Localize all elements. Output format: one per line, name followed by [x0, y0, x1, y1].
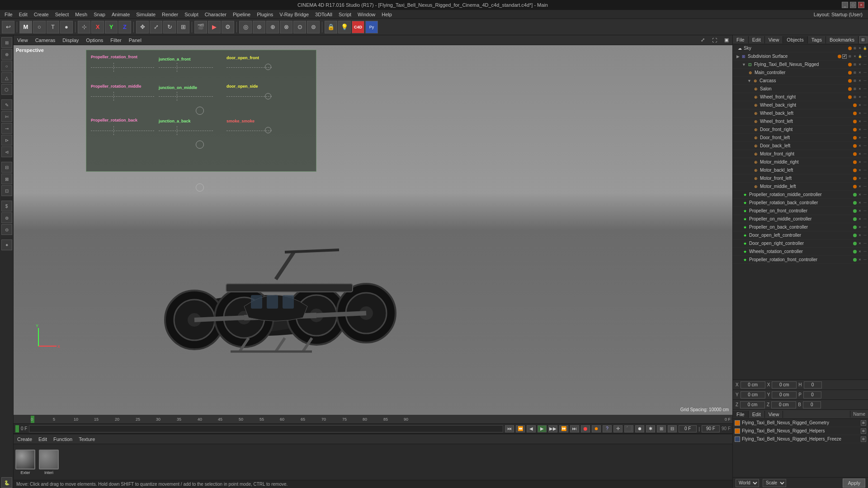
coord-z-input[interactable] — [740, 401, 765, 408]
transform-tool[interactable]: ⊞ — [177, 21, 189, 33]
door-bl-icon-x[interactable]: ✕ — [858, 144, 862, 148]
helper-icon1[interactable]: ⊞ — [861, 428, 866, 434]
tool-btn2[interactable]: ⬛ — [624, 425, 633, 432]
z-tool[interactable]: Z — [118, 21, 131, 33]
mat-thumb-exterior[interactable]: Exter — [15, 450, 35, 475]
minimize-button[interactable]: _ — [842, 2, 848, 8]
vp-menu-cameras[interactable]: Cameras — [33, 38, 57, 43]
menu-vray[interactable]: V-Ray Bridge — [277, 11, 311, 18]
tool-btn6[interactable]: ⊟ — [668, 425, 677, 432]
obj-door-back-left[interactable]: ⊕ Door_back_left ✕ ⋯ — [733, 142, 868, 150]
right-tab-objects[interactable]: Objects — [783, 36, 807, 43]
left-tool-11[interactable]: ⊟ — [1, 162, 12, 173]
obj-prop-back-ctrl[interactable]: ★ Propeller_rotation_back_controller ✕ ⋯ — [733, 199, 868, 207]
menu-plugins[interactable]: Plugins — [254, 11, 276, 18]
maximize-button[interactable]: □ — [850, 2, 856, 8]
salon-icon-x[interactable]: ✕ — [858, 87, 862, 91]
play-forward-button[interactable]: ▶▶ — [548, 425, 557, 432]
vp-menu-panel[interactable]: Panel — [127, 38, 143, 43]
vp-menu-view[interactable]: View — [15, 38, 30, 43]
vp-icon-camera[interactable]: ▣ — [722, 37, 731, 43]
door-right-ctrl-icon-x[interactable]: ✕ — [858, 241, 862, 246]
prop-on-front-icon-dots[interactable]: ⋯ — [863, 209, 867, 213]
wheel-bl-icon-x[interactable]: ✕ — [858, 111, 862, 116]
left-tool-4[interactable]: △ — [1, 72, 12, 83]
menu-animate[interactable]: Animate — [109, 11, 132, 18]
obj-wheel-back-right[interactable]: ⊕ Wheel_back_right ✕ ⋯ — [733, 101, 868, 109]
taxi-icon-x[interactable]: ✕ — [858, 62, 862, 67]
obj-motor-middle-right[interactable]: ⊕ Motor_middle_right ✕ ⋯ — [733, 158, 868, 166]
menu-character[interactable]: Character — [202, 11, 229, 18]
right-tab-file[interactable]: File — [733, 36, 749, 43]
freeze-icon1[interactable]: ⊞ — [861, 436, 866, 442]
obj-prop-on-mid-ctrl[interactable]: ★ Propeller_on_middle_controller ✕ ⋯ — [733, 215, 868, 223]
bottom-texture[interactable]: Texture — [77, 436, 97, 442]
left-tool-18[interactable]: 🐍 — [1, 477, 12, 488]
editor-btn4[interactable]: ⊗ — [280, 21, 292, 33]
coord-z2-input[interactable] — [771, 401, 796, 408]
obj-salon[interactable]: ⊕ Salon ⊞ ✕ ⋯ — [733, 85, 868, 93]
motor-fl-icon-dots[interactable]: ⋯ — [863, 176, 867, 181]
subdiv-icon-grid[interactable]: ⊞ — [848, 54, 852, 59]
bottom-edit[interactable]: Edit — [37, 436, 49, 442]
wheel-br-icon-x[interactable]: ✕ — [858, 103, 862, 108]
left-tool-15[interactable]: ⊚ — [1, 212, 12, 223]
record-help-button[interactable]: ? — [603, 425, 612, 432]
left-tool-9[interactable]: ⊳ — [1, 135, 12, 145]
menu-simulate[interactable]: Simulate — [133, 11, 158, 18]
menu-select[interactable]: Select — [52, 11, 72, 18]
wheel-fr-icon-dots[interactable]: ⋯ — [863, 95, 867, 99]
left-tool-7[interactable]: ✄ — [1, 111, 12, 122]
wheel-bl-icon-dots[interactable]: ⋯ — [863, 111, 867, 116]
python-btn[interactable]: Py — [365, 21, 378, 33]
carcass-icon-dots[interactable]: ⋯ — [863, 79, 867, 83]
left-tool-13[interactable]: ⊡ — [1, 185, 12, 196]
prop-on-back-icon-dots[interactable]: ⋯ — [863, 225, 867, 230]
prop-back-icon-dots[interactable]: ⋯ — [863, 201, 867, 205]
prop-back-icon-x[interactable]: ✕ — [858, 201, 862, 205]
obj-door-right-ctrl[interactable]: ★ Door_open_right_controller ✕ ⋯ — [733, 239, 868, 248]
left-tool-17[interactable]: ✦ — [1, 239, 12, 250]
carcass-icon-grid[interactable]: ⊞ — [853, 79, 857, 83]
prop-on-mid-icon-dots[interactable]: ⋯ — [863, 217, 867, 221]
motor-fl-icon-x[interactable]: ✕ — [858, 176, 862, 181]
model-mode-button[interactable]: M — [19, 21, 32, 33]
play-button[interactable]: ▶ — [538, 425, 547, 432]
prop-on-front-icon-x[interactable]: ✕ — [858, 209, 862, 213]
motor-fr-icon-dots[interactable]: ⋯ — [863, 152, 867, 156]
wheels-ctrl-icon-x[interactable]: ✕ — [858, 249, 862, 254]
menu-pipeline[interactable]: Pipeline — [230, 11, 253, 18]
obj-main-controller[interactable]: ⊕ Main_controller ⊞ ✕ ⋯ — [733, 69, 868, 77]
left-tool-6[interactable]: ✎ — [1, 99, 12, 110]
wheel-fl-icon-dots[interactable]: ⋯ — [863, 119, 867, 124]
end-frame-input[interactable] — [702, 425, 720, 432]
left-tool-1[interactable]: ⊞ — [1, 37, 12, 48]
right-tab-tags[interactable]: Tags — [808, 36, 826, 43]
motor-mr-icon-dots[interactable]: ⋯ — [863, 160, 867, 164]
wheel-fr-icon-grid[interactable]: ⊞ — [853, 95, 857, 99]
subdiv-checkbox[interactable]: ✓ — [842, 54, 847, 59]
motor-mr-icon-x[interactable]: ✕ — [858, 160, 862, 164]
coord-x2-input[interactable] — [772, 381, 797, 389]
left-tool-10[interactable]: ⊲ — [1, 146, 12, 157]
right-tab-bookmarks[interactable]: Bookmarks — [826, 36, 859, 43]
subdiv-expand[interactable]: ▶ — [736, 54, 740, 59]
vp-menu-display[interactable]: Display — [61, 38, 80, 43]
tool-btn5[interactable]: ⊞ — [657, 425, 666, 432]
prop-mid-icon-dots[interactable]: ⋯ — [863, 192, 867, 197]
menu-help[interactable]: Help — [379, 11, 395, 18]
motor-ml-icon-dots[interactable]: ⋯ — [863, 184, 867, 189]
door-left-ctrl-icon-dots[interactable]: ⋯ — [863, 233, 867, 238]
coord-x-input[interactable] — [741, 381, 765, 389]
obj-wheel-front-right[interactable]: ⊕ Wheel_front_right ⊞ ✕ ⋯ — [733, 93, 868, 101]
texture-mode-button[interactable]: T — [47, 21, 59, 33]
editor-btn3[interactable]: ⊕ — [266, 21, 279, 33]
sky-icon-x[interactable]: ✕ — [858, 46, 862, 51]
world-select[interactable]: World — [736, 479, 759, 487]
editor-btn2[interactable]: ⊛ — [253, 21, 265, 33]
wheels-ctrl-icon-dots[interactable]: ⋯ — [863, 249, 867, 254]
name-row-freeze[interactable]: Flying_Taxi_Bell_Nexus_Rigged_Helpers_Fr… — [733, 435, 868, 443]
obj-flying-taxi[interactable]: ▼ ⊡ Flying_Taxi_Bell_Nexus_Rigged ⊞ ✕ ⋯ — [733, 61, 868, 69]
obj-door-left-ctrl[interactable]: ★ Door_open_left_controller ✕ ⋯ — [733, 231, 868, 239]
start-frame-input[interactable] — [679, 425, 697, 432]
